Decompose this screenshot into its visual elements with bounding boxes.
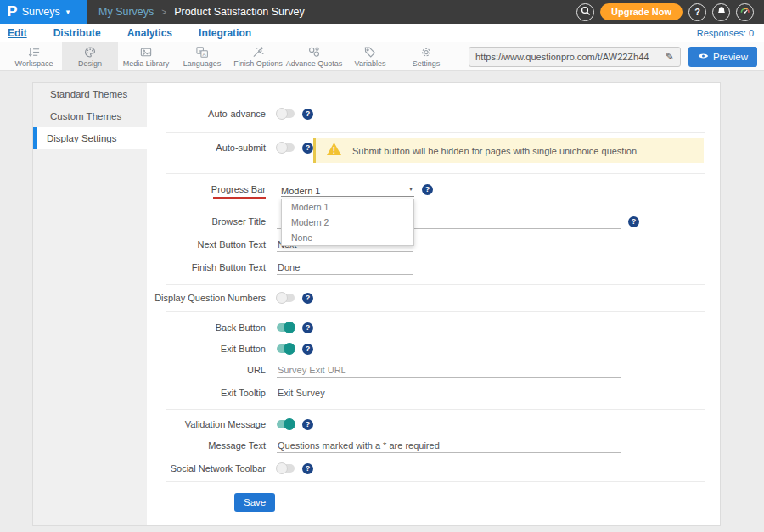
- select-caret-icon: ▾: [409, 185, 413, 193]
- social-network-toolbar-row: Social Network Toolbar ?: [147, 460, 720, 477]
- topbar-actions: Upgrade Now ?: [576, 0, 764, 24]
- social-network-toolbar-toggle[interactable]: [277, 464, 295, 473]
- exit-url-row: URL: [147, 361, 720, 378]
- browser-title-row: Browser Title ?: [147, 213, 720, 230]
- toolbar-languages[interactable]: aA Languages: [174, 42, 230, 70]
- auto-advance-help-icon[interactable]: ?: [302, 109, 313, 120]
- design-sidebar: Standard Themes Custom Themes Display Se…: [33, 83, 147, 525]
- translate-icon: aA: [195, 46, 209, 59]
- display-question-numbers-help-icon[interactable]: ?: [302, 293, 313, 304]
- back-button-row: Back Button ?: [147, 319, 720, 336]
- toolbar-settings[interactable]: Settings: [398, 42, 454, 70]
- progress-bar-label: Progress Bar: [147, 184, 266, 194]
- dropdown-option-none[interactable]: None: [282, 230, 413, 245]
- toolbar-workspace[interactable]: Workspace: [6, 42, 62, 70]
- gauge-icon: [739, 4, 750, 20]
- responses-count[interactable]: Responses: 0: [697, 28, 754, 38]
- exit-tooltip-label: Exit Tooltip: [147, 388, 266, 398]
- toolbar-variables[interactable]: Variables: [342, 42, 398, 70]
- preview-button[interactable]: Preview: [688, 47, 757, 67]
- browser-title-label: Browser Title: [147, 216, 266, 227]
- exit-button-row: Exit Button ?: [147, 340, 720, 357]
- toolbar-finish-options[interactable]: Finish Options: [230, 42, 286, 70]
- finish-button-text-label: Finish Button Text: [147, 262, 266, 272]
- toolbar-settings-label: Settings: [413, 59, 441, 68]
- breadcrumb-separator: >: [161, 8, 166, 17]
- score-gauge-button[interactable]: [736, 3, 754, 21]
- message-text-row: Message Text: [147, 437, 720, 454]
- help-button[interactable]: ?: [688, 3, 706, 21]
- tab-analytics[interactable]: Analytics: [127, 27, 172, 39]
- toolbar-design[interactable]: Design: [62, 42, 118, 70]
- toolbar-advance-quotas[interactable]: Advance Quotas: [286, 42, 342, 70]
- validation-message-toggle[interactable]: [277, 420, 295, 428]
- survey-nav: Edit Distribute Analytics Integration Re…: [0, 24, 764, 42]
- progress-bar-row: Progress Bar Modern 1 ▾ ? Modern 1 Moder…: [147, 181, 720, 198]
- toolbar-languages-label: Languages: [183, 59, 222, 68]
- toolbar-media-library-label: Media Library: [123, 59, 170, 68]
- toolbar-workspace-label: Workspace: [15, 59, 53, 68]
- next-button-text-row: Next Button Text: [147, 236, 720, 253]
- search-button[interactable]: [576, 3, 594, 21]
- survey-url-field[interactable]: [475, 52, 660, 62]
- display-settings-content: Auto-advance ? Auto-submit ? ! Submit bu…: [147, 83, 720, 525]
- exit-tooltip-input[interactable]: [277, 386, 621, 400]
- exit-button-label: Exit Button: [147, 344, 266, 354]
- sidebar-item-custom-themes[interactable]: Custom Themes: [33, 105, 147, 127]
- social-network-toolbar-help-icon[interactable]: ?: [302, 463, 313, 474]
- auto-submit-help-icon[interactable]: ?: [302, 143, 313, 154]
- toolbar-media-library[interactable]: Media Library: [118, 42, 174, 70]
- preview-label: Preview: [713, 52, 748, 62]
- sidebar-item-standard-themes[interactable]: Standard Themes: [33, 83, 147, 105]
- validation-message-label: Validation Message: [147, 419, 266, 429]
- divider: [166, 481, 705, 482]
- tag-icon: [363, 46, 377, 59]
- product-menu-label: Surveys: [22, 6, 60, 18]
- tab-distribute[interactable]: Distribute: [53, 27, 101, 39]
- edit-url-pencil-icon[interactable]: ✎: [666, 51, 674, 63]
- dropdown-option-modern1[interactable]: Modern 1: [282, 199, 413, 215]
- magic-wand-icon: [251, 46, 265, 59]
- surveys-product-menu[interactable]: P Surveys ▾: [0, 0, 87, 24]
- exit-tooltip-row: Exit Tooltip: [147, 384, 720, 401]
- auto-submit-toggle[interactable]: [277, 143, 295, 152]
- browser-title-help-icon[interactable]: ?: [628, 216, 639, 227]
- save-button[interactable]: Save: [234, 493, 275, 512]
- display-question-numbers-label: Display Question Numbers: [147, 293, 266, 303]
- display-question-numbers-toggle[interactable]: [277, 294, 295, 302]
- exit-button-toggle[interactable]: [277, 344, 295, 353]
- dropdown-option-modern2[interactable]: Modern 2: [282, 215, 413, 230]
- topbar: P Surveys ▾ My Surveys > Product Satisfa…: [0, 0, 764, 24]
- progress-bar-selected-value: Modern 1: [281, 186, 320, 196]
- progress-bar-select[interactable]: Modern 1 ▾: [281, 182, 414, 197]
- exit-button-help-icon[interactable]: ?: [302, 344, 313, 355]
- validation-message-help-icon[interactable]: ?: [302, 419, 313, 430]
- tab-edit[interactable]: Edit: [8, 27, 27, 39]
- question-mark-icon: ?: [694, 7, 700, 17]
- finish-button-text-row: Finish Button Text: [147, 259, 720, 276]
- workspace-list-icon: [27, 46, 41, 59]
- sidebar-item-display-settings[interactable]: Display Settings: [33, 127, 147, 149]
- auto-advance-toggle[interactable]: [277, 109, 295, 118]
- message-text-input[interactable]: [277, 439, 621, 453]
- auto-submit-warning: ! Submit button will be hidden for pages…: [313, 138, 704, 163]
- progress-bar-help-icon[interactable]: ?: [422, 184, 433, 195]
- toolbar-advance-quotas-label: Advance Quotas: [286, 59, 343, 68]
- notifications-button[interactable]: [712, 3, 730, 21]
- back-button-toggle[interactable]: [277, 323, 295, 332]
- survey-link-box: ✎: [469, 47, 681, 67]
- breadcrumb-my-surveys[interactable]: My Surveys: [98, 6, 154, 18]
- message-text-label: Message Text: [147, 440, 266, 451]
- breadcrumb-current-survey: Product Satisfaction Survey: [174, 6, 305, 18]
- divider: [166, 132, 705, 133]
- media-image-icon: [139, 46, 153, 59]
- warning-triangle-icon: !: [326, 142, 342, 160]
- divider: [166, 311, 705, 312]
- tab-integration[interactable]: Integration: [199, 27, 251, 39]
- back-button-help-icon[interactable]: ?: [302, 322, 313, 333]
- finish-button-text-input[interactable]: [277, 260, 413, 275]
- social-network-toolbar-label: Social Network Toolbar: [147, 463, 266, 473]
- exit-url-input[interactable]: [277, 363, 621, 378]
- upgrade-now-button[interactable]: Upgrade Now: [600, 3, 683, 20]
- gear-icon: [419, 46, 433, 59]
